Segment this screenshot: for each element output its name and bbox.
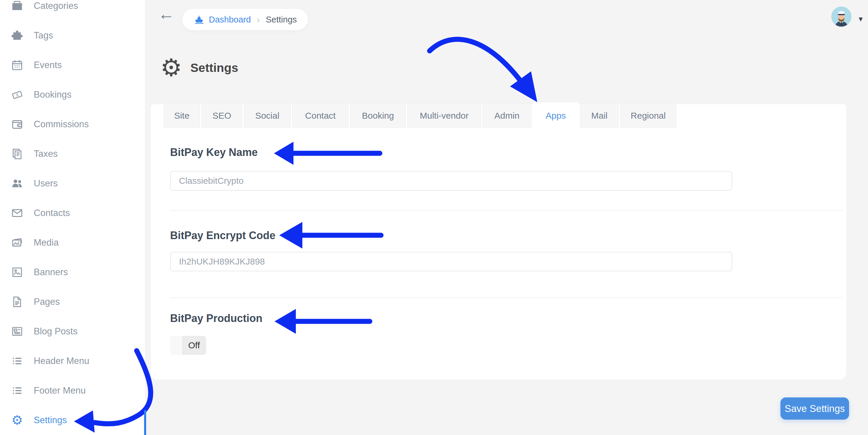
caret-down-icon[interactable]: ▾ (859, 14, 863, 24)
divider (170, 298, 843, 298)
blog-icon (9, 324, 25, 339)
ticket-icon: $ (9, 87, 25, 102)
wallet-icon (9, 117, 25, 132)
bitpay-encrypt-code-input[interactable] (170, 252, 732, 271)
list-icon (9, 383, 25, 398)
sidebar-item-label: Blog Posts (34, 326, 78, 337)
puzzle-icon (9, 28, 25, 43)
sidebar-item-label: Tags (34, 30, 53, 41)
page-title-text: Settings (190, 61, 239, 75)
sidebar-item-categories[interactable]: Categories (0, 0, 145, 21)
sidebar-item-label: Events (34, 60, 62, 70)
field-label-bitpay-encrypt-code: BitPay Encrypt Code (170, 229, 275, 242)
documents-icon (9, 147, 25, 161)
sidebar-item-label: Footer Menu (34, 385, 86, 396)
tab-admin[interactable]: Admin (483, 103, 531, 128)
sidebar-item-label: Pages (34, 297, 60, 307)
page-title: ⚙ Settings (160, 56, 238, 80)
user-avatar[interactable] (831, 6, 851, 27)
field-label-bitpay-production: BitPay Production (170, 312, 262, 324)
toggle-handle (170, 336, 183, 355)
list-icon (9, 353, 25, 368)
toggle-state-label: Off (188, 340, 200, 350)
sidebar-item-label: Banners (34, 267, 68, 278)
media-icon (9, 235, 25, 250)
settings-tabs: Site SEO Social Contact Booking Multi-ve… (164, 103, 676, 129)
tab-site[interactable]: Site (164, 103, 200, 128)
banner-icon (9, 265, 25, 280)
sidebar-item-label: Taxes (34, 149, 58, 159)
tab-mail[interactable]: Mail (580, 103, 619, 128)
tab-contact[interactable]: Contact (292, 103, 348, 128)
sidebar: Categories Tags Events $ Bookings Commis… (0, 0, 145, 435)
save-settings-button[interactable]: Save Settings (780, 397, 849, 420)
calendar-icon (9, 58, 25, 72)
sidebar-item-pages[interactable]: Pages (0, 287, 145, 317)
sidebar-nav-list: Categories Tags Events $ Bookings Commis… (0, 0, 145, 435)
gear-icon: ⚙ (9, 413, 25, 428)
sidebar-item-settings[interactable]: ⚙ Settings (0, 405, 145, 435)
sidebar-item-label: Bookings (34, 89, 71, 100)
tab-multi-vendor[interactable]: Multi-vendor (407, 103, 481, 128)
folder-icon (9, 0, 25, 13)
sidebar-item-label: Header Menu (34, 356, 89, 366)
sidebar-item-label: Categories (34, 1, 78, 11)
sidebar-item-label: Commissions (34, 119, 89, 130)
tab-booking[interactable]: Booking (350, 103, 406, 128)
users-icon (9, 176, 25, 191)
field-label-bitpay-key-name: BitPay Key Name (170, 146, 258, 159)
back-arrow-icon[interactable]: ← (158, 4, 175, 23)
tab-apps[interactable]: Apps (533, 102, 579, 129)
gear-icon: ⚙ (160, 56, 182, 80)
sidebar-item-taxes[interactable]: Taxes (0, 139, 145, 169)
sidebar-item-events[interactable]: Events (0, 50, 145, 80)
page-icon (9, 294, 25, 309)
sidebar-item-media[interactable]: Media (0, 228, 145, 257)
ship-icon (193, 14, 205, 25)
envelope-icon (9, 206, 25, 220)
sidebar-item-footer-menu[interactable]: Footer Menu (0, 376, 145, 405)
breadcrumb-link-dashboard[interactable]: Dashboard (209, 15, 251, 25)
sidebar-item-contacts[interactable]: Contacts (0, 198, 145, 228)
sidebar-item-label: Contacts (34, 208, 70, 218)
main-content: ← Dashboard › Settings ▾ ⚙ Settings BitP… (145, 0, 868, 435)
sidebar-item-label: Media (34, 237, 59, 248)
breadcrumb-current: Settings (266, 15, 297, 25)
chevron-right-icon: › (257, 14, 260, 25)
bitpay-key-name-input[interactable] (170, 171, 732, 191)
sidebar-item-blog-posts[interactable]: Blog Posts (0, 317, 145, 346)
tab-social[interactable]: Social (244, 103, 291, 128)
sidebar-item-label: Settings (34, 415, 67, 426)
tab-regional[interactable]: Regional (620, 103, 676, 128)
sidebar-item-commissions[interactable]: Commissions (0, 110, 145, 139)
svg-text:$: $ (16, 93, 19, 98)
tab-seo[interactable]: SEO (202, 103, 242, 128)
sidebar-active-indicator (144, 410, 146, 435)
settings-card: BitPay Key Name BitPay Encrypt Code BitP… (151, 104, 846, 380)
breadcrumb: Dashboard › Settings (182, 9, 308, 30)
sidebar-item-users[interactable]: Users (0, 169, 145, 198)
sidebar-item-header-menu[interactable]: Header Menu (0, 346, 145, 376)
sidebar-item-tags[interactable]: Tags (0, 21, 145, 50)
sidebar-item-label: Users (34, 178, 58, 189)
sidebar-item-banners[interactable]: Banners (0, 257, 145, 287)
divider (170, 210, 843, 211)
sidebar-item-bookings[interactable]: $ Bookings (0, 80, 145, 110)
bitpay-production-toggle[interactable]: Off (170, 336, 206, 355)
